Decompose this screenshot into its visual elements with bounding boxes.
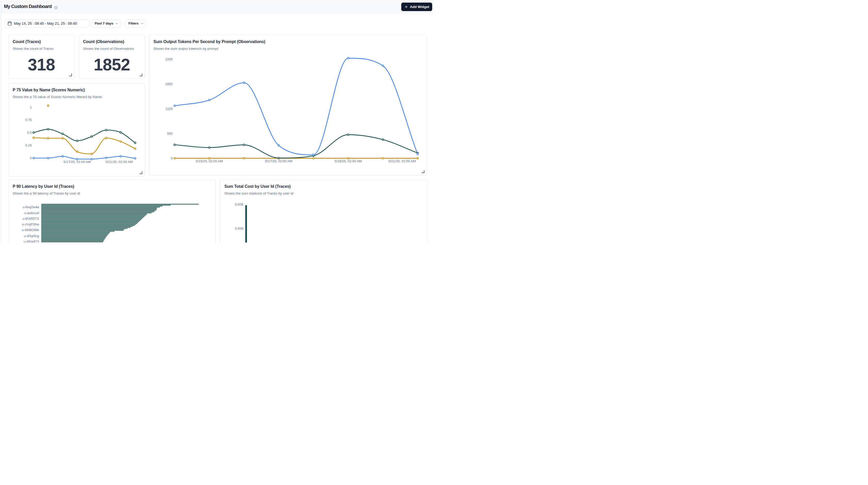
svg-text:0.008: 0.008 [235,203,243,206]
svg-text:5/17/25, 02:00 AM: 5/17/25, 02:00 AM [63,160,91,164]
svg-text:2200: 2200 [165,57,173,61]
svg-text:u-zVqP3hw: u-zVqP3hw [22,222,39,226]
svg-text:0: 0 [30,156,32,160]
svg-text:u-8sq2w4a: u-8sq2w4a [23,205,39,209]
svg-text:u-tFAR5TX: u-tFAR5TX [23,217,39,220]
svg-text:0.006: 0.006 [235,226,243,231]
svg-text:5/21/25, 02:00 AM: 5/21/25, 02:00 AM [389,159,416,163]
svg-text:u-5M8D56k: u-5M8D56k [22,228,39,232]
svg-text:550: 550 [167,131,173,135]
svg-text:0.5: 0.5 [27,131,32,135]
svg-text:5/17/25, 02:00 AM: 5/17/25, 02:00 AM [265,159,292,163]
svg-text:1: 1 [30,105,32,109]
svg-text:5/21/25, 02:00 AM: 5/21/25, 02:00 AM [105,160,133,164]
svg-text:u-aobnuxf: u-aobnuxf [24,211,39,215]
svg-text:0.25: 0.25 [25,144,32,147]
svg-text:u-d3qr5cg: u-d3qr5cg [24,234,39,238]
svg-text:5/15/25, 02:00 AM: 5/15/25, 02:00 AM [196,159,223,163]
svg-text:5/19/25, 02:00 AM: 5/19/25, 02:00 AM [335,159,362,163]
svg-text:u-8fVa9T3: u-8fVa9T3 [24,240,39,243]
svg-text:0: 0 [171,156,173,160]
svg-text:1100: 1100 [165,107,173,111]
svg-text:0.75: 0.75 [25,118,32,122]
svg-text:1650: 1650 [165,82,173,86]
